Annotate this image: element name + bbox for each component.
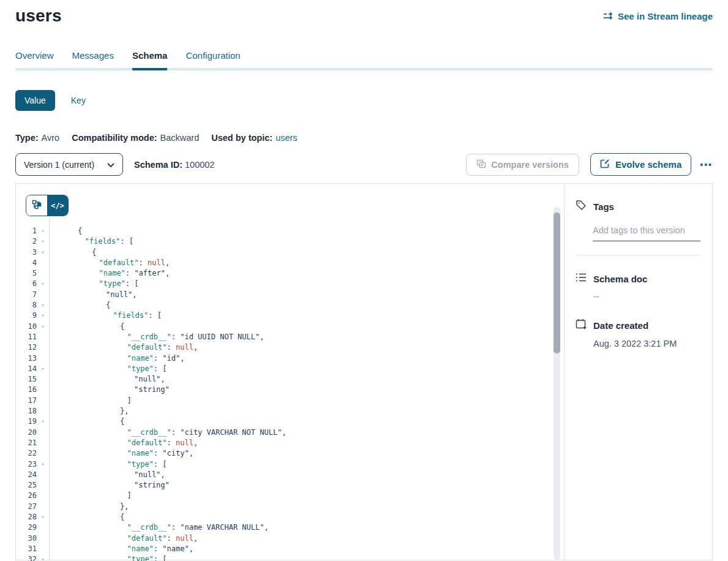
code-token: null [148,258,165,267]
code-token: "id" [162,354,180,363]
code-token: : [154,544,162,553]
tab-overview[interactable]: Overview [15,50,54,70]
compare-versions-label: Compare versions [491,160,569,170]
evolve-schema-button[interactable]: Evolve schema [590,153,691,176]
sidebar-divider [576,255,700,255]
code-scrollbar-thumb[interactable] [554,213,560,353]
meta-value-link[interactable]: users [276,133,297,143]
code-token: { [120,322,124,331]
code-line: 7"null", [16,290,564,300]
meta-item: Type:Avro [15,133,59,143]
caret-placeholder [37,258,49,268]
code-token: "name" [127,544,154,553]
stream-lineage-link[interactable]: See in Stream lineage [603,11,713,21]
code-text: "type": [ [49,279,139,289]
code-token: "name" [127,449,154,457]
code-line: 27}, [16,502,564,512]
collapse-caret-icon[interactable]: ▾ [37,364,49,374]
code-line: 22"name": "city", [16,448,564,459]
code-line: 28▾{ [16,512,564,522]
date-created-value: Aug. 3 2022 3:21 PM [593,339,700,348]
schema-id: Schema ID: 100002 [134,160,214,170]
code-line: 9▾"fields": [ [16,311,564,321]
line-number: 25 [16,480,37,491]
code-token: : [167,439,176,447]
schema-doc-section: Schema doc -- [576,273,700,301]
page: users See in Stream lineage OverviewMess… [0,6,728,560]
tags-input[interactable] [593,223,700,241]
code-scrollbar[interactable] [554,207,560,560]
code-line: 6▾"type": [ [16,279,564,289]
line-number: 13 [16,353,37,364]
caret-placeholder [37,470,49,480]
tree-view-button[interactable] [26,195,47,216]
tab-bar: OverviewMessagesSchemaConfiguration [15,50,713,70]
code-token: "string" [134,481,170,489]
compare-versions-button[interactable]: Compare versions [466,154,579,176]
more-options-button[interactable]: ••• [700,160,713,170]
code-line: 18}, [16,406,564,416]
collapse-caret-icon[interactable]: ▾ [37,226,49,236]
code-line: 14▾"type": [ [16,364,564,374]
collapse-caret-icon[interactable]: ▾ [37,279,49,289]
key-button[interactable]: Key [71,96,86,105]
edit-icon [600,159,610,170]
code-line: 20"__crdb__": "city VARCHAR NOT NULL", [16,427,564,438]
tab-messages[interactable]: Messages [72,50,114,70]
meta-value: Backward [160,133,200,143]
code-line: 21"default": null, [16,438,564,448]
gutter-separator [49,217,50,560]
code-token: null [176,343,193,352]
code-token: null [176,534,193,543]
caret-placeholder [37,374,49,385]
code-line: 23▾"type": [ [16,459,564,470]
code-token: "after" [134,269,165,277]
line-number: 1 [16,226,37,236]
line-number: 19 [16,416,37,427]
value-button[interactable]: Value [15,90,55,111]
collapse-caret-icon[interactable]: ▾ [37,247,49,258]
tab-schema[interactable]: Schema [132,50,168,70]
line-number: 20 [16,427,37,438]
collapse-caret-icon[interactable]: ▾ [37,311,49,321]
code-text: "name": "after", [49,268,170,279]
code-text: "default": null, [49,258,170,268]
code-token: : [ [154,364,167,373]
line-number: 6 [16,279,37,289]
tags-title: Tags [593,201,614,212]
collapse-caret-icon[interactable]: ▾ [37,416,49,427]
code-token: : [ [154,460,167,469]
code-text: { [49,247,96,258]
stream-lineage-icon [603,12,614,20]
code-token: "name" [162,544,189,553]
code-text: "name": "id", [49,353,184,364]
code-token: "fields" [113,311,149,320]
date-created-section: Date created Aug. 3 2022 3:21 PM [576,318,700,348]
code-text: "null", [49,290,137,300]
code-line: 16"string" [16,385,564,395]
caret-placeholder [37,438,49,448]
code-text: "__crdb__": "name VARCHAR NULL", [49,522,269,533]
code-line: 24"null", [16,470,564,480]
collapse-caret-icon[interactable]: ▾ [37,236,49,247]
code-token: : [171,523,180,532]
tab-configuration[interactable]: Configuration [186,50,240,70]
code-line: 2▾"fields": [ [16,236,564,247]
line-number: 18 [16,406,37,416]
code-token: "null" [134,470,160,479]
collapse-caret-icon[interactable]: ▾ [37,322,49,332]
code-line: 12"default": null, [16,342,564,353]
code-line: 10▾{ [16,322,564,332]
collapse-caret-icon[interactable]: ▾ [37,512,49,522]
version-select[interactable]: Version 1 (current) [15,153,123,176]
line-number: 31 [16,544,37,554]
code-line: 3▾{ [16,247,564,258]
code-view-button[interactable]: </> [47,195,68,216]
caret-placeholder [37,502,49,512]
code-token: : [ [148,311,162,320]
collapse-caret-icon[interactable]: ▾ [37,459,49,470]
collapse-caret-icon[interactable]: ▾ [37,300,49,311]
code-text: }, [49,406,129,416]
collapse-caret-icon[interactable]: ▾ [37,554,49,561]
meta-label: Type: [15,133,39,143]
